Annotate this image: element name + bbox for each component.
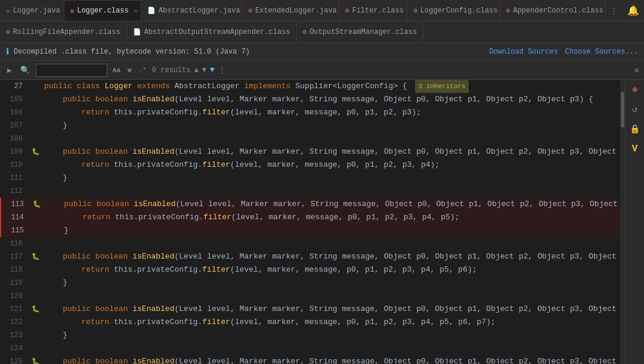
notification-icon[interactable]: 🔔 [627, 5, 639, 17]
download-sources-link[interactable]: Download Sources [489, 48, 558, 56]
line-content-110: return this.privateConfig.filter(level, … [42, 158, 620, 172]
line-content-125: public boolean isEnabled(Level level, Ma… [42, 355, 620, 364]
tab-filter-class[interactable]: ⚙ Filter.class [339, 0, 407, 21]
tab-label: Logger.java [13, 7, 60, 15]
tab-close-button[interactable]: ✕ [134, 7, 138, 15]
line-number-107: 107 [0, 119, 30, 132]
tab-loggerconfig-class[interactable]: ⚙ LoggerConfig.class [407, 0, 500, 21]
code-line-108: 108 [0, 132, 620, 145]
java-file-icon: ☕ [6, 7, 10, 14]
class-file-icon3: ⚙ [345, 7, 349, 14]
code-line-122: 122 return this.privateConfig.filter(lev… [0, 316, 620, 329]
line-content-105: public boolean isEnabled(Level level, Ma… [42, 93, 620, 106]
search-icon[interactable]: 🔍 [18, 64, 32, 76]
tab-bar-second: ⚙ RollingFileAppender.class 📄 AbstractOu… [0, 21, 644, 43]
line-number-105: 105 [0, 93, 30, 106]
tab-label: ExtendedLogger.java [255, 7, 337, 15]
tab-label: LoggerConfig.class [420, 7, 498, 15]
tab-abstractlogger-java[interactable]: 📄 AbstractLogger.java [141, 0, 242, 21]
class-file-icon5: ⚙ [506, 7, 510, 14]
regex-button[interactable]: .* [137, 66, 148, 74]
line-gutter-109: 🐛 [30, 145, 42, 158]
code-line-116: 116 [0, 237, 620, 250]
bug-icon-125: 🐛 [32, 355, 40, 364]
tab-extendedlogger-java[interactable]: ⚙ ExtendedLogger.java [242, 0, 339, 21]
class-file-icon4: ⚙ [413, 7, 417, 14]
tab-appendercontrol-class[interactable]: ⚙ AppenderControl.class [500, 0, 605, 21]
line-content-119: } [42, 276, 620, 290]
line-content-114: return this.privateConfig.filter(level, … [43, 211, 620, 224]
search-close-button[interactable]: ✕ [634, 65, 639, 75]
search-prev-button[interactable]: ▲ [194, 66, 199, 74]
info-bar-actions: Download Sources Choose Sources... [489, 48, 638, 56]
search-input[interactable] [36, 64, 107, 77]
line-content-123: } [42, 329, 620, 342]
line-gutter-117: 🐛 [30, 250, 42, 263]
line-gutter-125: 🐛 [30, 355, 42, 364]
line-content-109: public boolean isEnabled(Level level, Ma… [42, 145, 620, 158]
bug-icon-117: 🐛 [32, 250, 40, 263]
code-lines-container: 27 public class Logger extends AbstractL… [0, 80, 620, 364]
line-gutter-121: 🐛 [30, 303, 42, 316]
line-gutter-113: 🐛 [31, 198, 43, 211]
line-number-116: 116 [0, 237, 30, 250]
code-line-123: 123 } [0, 329, 620, 342]
bug-icon-113: 🐛 [33, 198, 41, 211]
code-line-107: 107 } [0, 119, 620, 132]
line-number-125: 125 [0, 355, 30, 364]
code-line-111: 111 } [0, 172, 620, 185]
code-line-115: 115 } [0, 224, 620, 237]
nav-back-button[interactable]: ▶ [5, 64, 14, 76]
line-number-110: 110 [0, 158, 30, 172]
tab-logger-class[interactable]: ⚙ Logger.class ✕ [64, 0, 141, 21]
line-content-117: public boolean isEnabled(Level level, Ma… [42, 250, 620, 263]
right-sidebar: ⊕ ↺ 🔒 V [625, 80, 644, 364]
vertical-scrollbar[interactable] [620, 80, 625, 364]
code-line-27: 27 public class Logger extends AbstractL… [0, 80, 620, 93]
line-number-123: 123 [0, 329, 30, 342]
sidebar-v-icon[interactable]: V [630, 141, 640, 157]
tab-abstractoutputstreamappender-class[interactable]: 📄 AbstractOutputStreamAppender.class [127, 21, 297, 43]
choose-sources-link[interactable]: Choose Sources... [565, 48, 638, 56]
line-content-122: return this.privateConfig.filter(level, … [42, 316, 620, 329]
tab-label: AbstractOutputStreamAppender.class [144, 28, 290, 36]
scrollbar-thumb[interactable] [621, 92, 624, 127]
code-line-119: 119 } [0, 276, 620, 290]
line-number-120: 120 [0, 290, 30, 303]
search-next-button[interactable]: ▼ [202, 66, 206, 74]
sidebar-refresh-icon[interactable]: ↺ [630, 102, 639, 117]
tab-rollingfileappender-class[interactable]: ⚙ RollingFileAppender.class [0, 21, 127, 43]
tab-label: Filter.class [352, 7, 403, 15]
line-number-109: 109 [0, 145, 30, 158]
code-line-121: 121 🐛 public boolean isEnabled(Level lev… [0, 303, 620, 316]
tab-overflow-menu[interactable]: ⋮ [605, 6, 623, 15]
sidebar-lock-icon[interactable]: 🔒 [627, 122, 642, 136]
sidebar-add-icon[interactable]: ⊕ [630, 82, 639, 97]
line-number-118: 118 [0, 263, 30, 276]
line-content-111: } [42, 172, 620, 185]
code-editor[interactable]: 27 public class Logger extends AbstractL… [0, 80, 620, 364]
line-content-121: public boolean isEnabled(Level level, Ma… [42, 303, 620, 316]
line-number-124: 124 [0, 342, 30, 355]
code-line-113: 113 🐛 public boolean isEnabled(Level lev… [0, 198, 620, 211]
line-number-121: 121 [0, 303, 30, 316]
line-number-111: 111 [0, 172, 30, 185]
class-file-icon6: ⚙ [6, 28, 10, 36]
case-sensitive-button[interactable]: Aa [111, 66, 122, 74]
filter-button[interactable]: ▼ [210, 66, 215, 74]
info-icon: ℹ [6, 46, 9, 57]
code-line-120: 120 [0, 290, 620, 303]
tab-outputstreammanager-class[interactable]: ⚙ OutputStreamManager.class [297, 21, 424, 43]
line-number-112: 112 [0, 185, 30, 198]
class-file-icon7: ⚙ [303, 28, 307, 36]
line-number-122: 122 [0, 316, 30, 329]
line-number-113: 113 [1, 198, 31, 211]
bug-icon-109: 🐛 [32, 145, 40, 158]
line-number-115: 115 [1, 224, 31, 237]
whole-word-button[interactable]: W [126, 66, 134, 74]
line-number-27: 27 [0, 80, 30, 93]
tab-logger-java[interactable]: ☕ Logger.java [0, 0, 64, 21]
search-more-button[interactable]: ⋮ [218, 66, 226, 75]
java-file-icon3: 📄 [133, 28, 141, 36]
line-content-113: public boolean isEnabled(Level level, Ma… [43, 198, 620, 211]
